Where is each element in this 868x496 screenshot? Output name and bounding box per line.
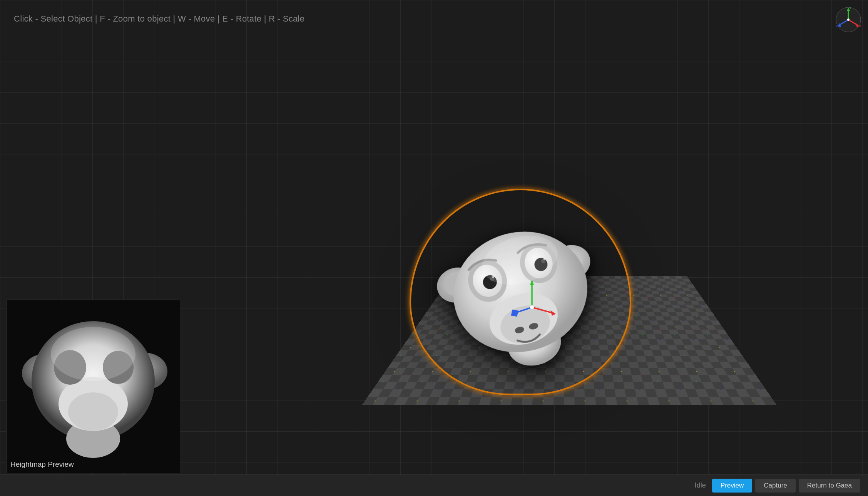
heightmap-preview-panel: Heightmap Preview [6, 300, 179, 473]
capture-button[interactable]: Capture [755, 479, 795, 493]
status-text: Idle [695, 481, 706, 489]
svg-text:X: X [859, 24, 861, 28]
heightmap-image [7, 300, 180, 473]
svg-rect-37 [511, 310, 518, 317]
svg-point-48 [51, 327, 135, 381]
svg-point-38 [530, 305, 534, 309]
bottom-toolbar: Idle Preview Capture Return to Gaea [0, 474, 868, 496]
axes-gizmo: Y X Z [835, 6, 862, 33]
svg-point-10 [847, 18, 850, 21]
main-viewport[interactable]: Click - Select Object | F - Zoom to obje… [0, 0, 868, 496]
preview-button[interactable]: Preview [712, 479, 752, 493]
svg-point-45 [68, 392, 118, 431]
svg-text:Y: Y [849, 6, 851, 10]
monkey-object[interactable] [413, 192, 628, 392]
svg-text:Z: Z [836, 24, 838, 28]
return-to-gaea-button[interactable]: Return to Gaea [799, 479, 860, 493]
monkey-svg [413, 192, 628, 392]
